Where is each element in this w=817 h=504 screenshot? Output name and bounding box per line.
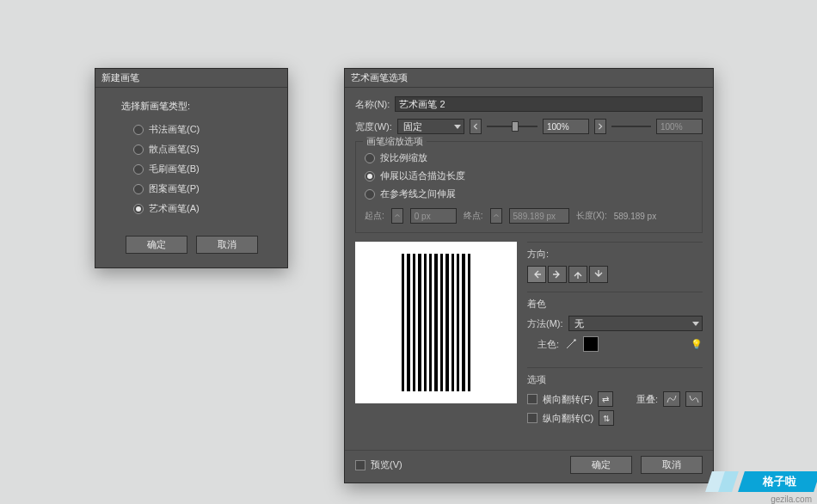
tip-icon[interactable]: 💡: [691, 339, 703, 350]
dropdown-icon: [692, 322, 699, 326]
brush-type-heading: 选择新画笔类型:: [95, 88, 287, 120]
start-stepper[interactable]: [391, 208, 403, 224]
start-value: 0 px: [410, 208, 457, 224]
keycolor-label: 主色:: [538, 338, 559, 351]
direction-down-button[interactable]: [589, 266, 608, 283]
dialog-title: 艺术画笔选项: [345, 69, 713, 88]
brush-type-scatter[interactable]: 散点画笔(S): [133, 139, 287, 159]
name-label: 名称(N):: [355, 98, 390, 111]
dialog1-buttons: 确定 取消: [95, 229, 287, 267]
end-label: 终点:: [464, 210, 483, 222]
ok-button[interactable]: 确定: [570, 456, 632, 474]
end-value: 589.189 px: [509, 208, 569, 224]
direction-up-button[interactable]: [568, 266, 587, 283]
direction-left-button[interactable]: [527, 266, 546, 283]
end-stepper[interactable]: [490, 208, 502, 224]
eyedropper-icon[interactable]: [564, 337, 578, 351]
brush-type-list: 书法画笔(C) 散点画笔(S) 毛刷画笔(B) 图案画笔(P) 艺术画笔(A): [95, 120, 287, 229]
option-label: 按比例缩放: [380, 151, 427, 164]
preview-label: 预览(V): [371, 458, 402, 471]
brush-type-bristle[interactable]: 毛刷画笔(B): [133, 159, 287, 179]
width-mode-select[interactable]: 固定: [397, 119, 464, 134]
width-decrease-button[interactable]: [470, 119, 482, 134]
colorize-section: 着色 方法(M): 无 主色: 💡: [527, 292, 703, 359]
start-label: 起点:: [365, 210, 384, 222]
colorize-label: 着色: [527, 298, 703, 310]
dialog-title: 新建画笔: [95, 69, 287, 88]
flip-h-label: 横向翻转(F): [543, 393, 593, 406]
scale-stretch-fit[interactable]: 伸展以适合描边长度: [365, 167, 693, 185]
direction-right-button[interactable]: [548, 266, 567, 283]
scale-stretch-guides[interactable]: 在参考线之间伸展: [365, 185, 693, 203]
keycolor-swatch[interactable]: [583, 336, 599, 352]
method-select[interactable]: 无: [568, 316, 703, 331]
dropdown-icon: [454, 125, 461, 129]
watermark-text: 格子啦: [763, 474, 796, 489]
flip-h-checkbox[interactable]: [527, 394, 538, 404]
flip-h-icon[interactable]: ⇄: [598, 391, 613, 407]
stripes-sample: [402, 254, 470, 391]
direction-label: 方向:: [527, 248, 703, 261]
width-slider-b[interactable]: [611, 122, 651, 131]
brush-type-art[interactable]: 艺术画笔(A): [133, 199, 287, 218]
option-label: 毛刷画笔(B): [149, 163, 200, 175]
svg-point-0: [574, 339, 576, 341]
brush-preview: [355, 242, 517, 403]
flip-v-label: 纵向翻转(C): [543, 412, 593, 425]
method-label: 方法(M):: [527, 317, 563, 330]
method-value: 无: [574, 317, 584, 330]
scale-proportional[interactable]: 按比例缩放: [365, 149, 693, 167]
watermark: 格子啦 gezila.com: [671, 470, 817, 504]
dialog2-footer: 预览(V) 确定 取消: [345, 450, 713, 482]
overlap-mode-b[interactable]: [685, 391, 703, 407]
options-label: 选项: [527, 373, 703, 386]
options-section: 选项 横向翻转(F) ⇄ 重叠: 纵向翻转(C) ⇅: [527, 367, 703, 433]
watermark-url: gezila.com: [771, 495, 812, 504]
option-label: 艺术画笔(A): [149, 202, 200, 215]
length-label: 长度(X):: [576, 210, 607, 222]
ok-button[interactable]: 确定: [126, 236, 187, 254]
option-label: 伸展以适合描边长度: [380, 169, 465, 182]
brush-type-calligraphy[interactable]: 书法画笔(C): [133, 120, 287, 139]
length-value: 589.189 px: [614, 212, 657, 221]
cancel-button[interactable]: 取消: [196, 236, 258, 254]
option-label: 图案画笔(P): [149, 182, 200, 195]
overlap-mode-a[interactable]: [663, 391, 680, 407]
art-brush-options-dialog: 艺术画笔选项 名称(N): 宽度(W): 固定 100% 100% 画笔缩放选项…: [344, 68, 714, 483]
flip-v-icon[interactable]: ⇅: [599, 410, 614, 426]
name-input[interactable]: [395, 96, 703, 112]
option-label: 散点画笔(S): [149, 143, 200, 156]
width-mode-value: 固定: [403, 120, 422, 133]
width-label: 宽度(W):: [355, 120, 392, 133]
flip-v-checkbox[interactable]: [527, 413, 538, 423]
brush-type-pattern[interactable]: 图案画笔(P): [133, 179, 287, 199]
overlap-label: 重叠:: [636, 393, 658, 406]
scale-options-group: 画笔缩放选项 按比例缩放 伸展以适合描边长度 在参考线之间伸展 起点: 0 px…: [355, 141, 703, 233]
width-increase-button[interactable]: [594, 119, 606, 134]
new-brush-dialog: 新建画笔 选择新画笔类型: 书法画笔(C) 散点画笔(S) 毛刷画笔(B) 图案…: [95, 68, 288, 268]
width-slider-a[interactable]: [487, 122, 538, 131]
option-label: 在参考线之间伸展: [380, 187, 456, 200]
preview-checkbox[interactable]: [355, 460, 366, 470]
width-percent-a[interactable]: 100%: [543, 119, 589, 134]
option-label: 书法画笔(C): [149, 123, 200, 136]
scale-group-label: 画笔缩放选项: [363, 135, 427, 148]
width-percent-b: 100%: [656, 119, 703, 134]
direction-section: 方向:: [527, 242, 703, 283]
